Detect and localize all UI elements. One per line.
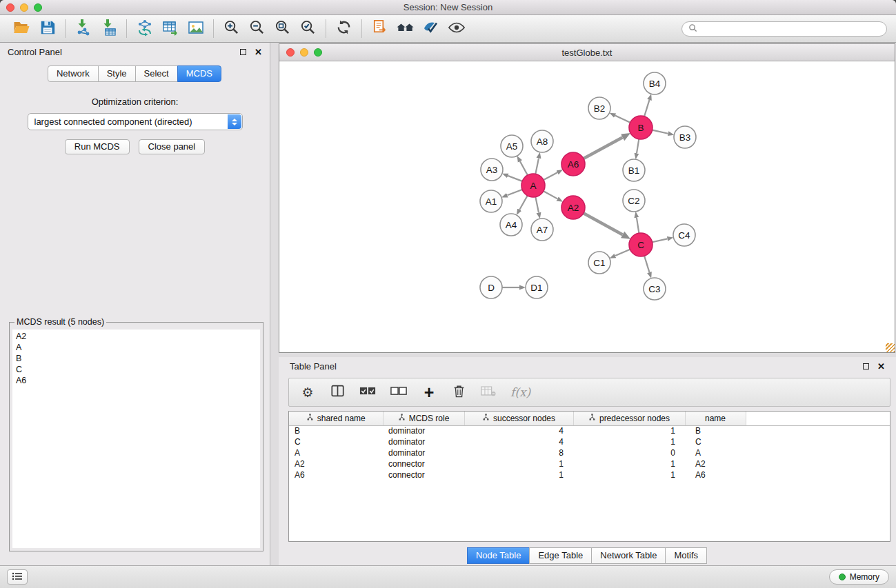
- tab-style[interactable]: Style: [98, 65, 136, 82]
- show-details-button[interactable]: [444, 18, 469, 40]
- tab-edge-table[interactable]: Edge Table: [529, 547, 592, 564]
- resize-corner-handle[interactable]: [886, 343, 895, 352]
- graph-edge-A-A7[interactable]: [535, 197, 539, 213]
- column-header-mcds-role[interactable]: MCDS role: [383, 412, 464, 425]
- graph-node-C4[interactable]: C4: [673, 224, 695, 246]
- minimize-window-button[interactable]: [20, 3, 28, 12]
- network-window-titlebar[interactable]: testGlobe.txt: [279, 44, 895, 61]
- table-row[interactable]: A2connector11A2: [289, 458, 890, 469]
- graph-node-A4[interactable]: A4: [500, 214, 522, 236]
- graph-node-A[interactable]: A: [521, 174, 545, 197]
- zoom-in-button[interactable]: [219, 18, 244, 40]
- close-table-panel-icon[interactable]: ✕: [877, 362, 885, 371]
- graph-edge-B-B3[interactable]: [653, 130, 668, 134]
- undock-table-panel-icon[interactable]: [863, 363, 869, 369]
- graph-node-B4[interactable]: B4: [644, 72, 666, 94]
- network-graph[interactable]: B4B2BB3A5A8A6A3AB1A1A2C2A4A7C4CC1DD1C3: [279, 61, 895, 352]
- criterion-dropdown[interactable]: largest connected component (directed): [28, 113, 243, 130]
- graph-node-C1[interactable]: C1: [588, 252, 610, 274]
- search-input[interactable]: [701, 24, 880, 34]
- tab-mcds[interactable]: MCDS: [177, 65, 221, 82]
- table-row[interactable]: Bdominator41B: [289, 425, 890, 436]
- table-settings-button[interactable]: ⚙: [300, 383, 315, 401]
- network-canvas[interactable]: B4B2BB3A5A8A6A3AB1A1A2C2A4A7C4CC1DD1C3: [279, 61, 895, 352]
- graph-node-A5[interactable]: A5: [501, 135, 523, 157]
- column-header-predecessor-nodes[interactable]: predecessor nodes: [573, 412, 685, 425]
- close-panel-button[interactable]: Close panel: [139, 139, 206, 154]
- split-view-button[interactable]: [330, 383, 345, 401]
- graph-node-B[interactable]: B: [629, 116, 653, 139]
- refresh-network-button[interactable]: [331, 18, 357, 40]
- graph-edge-A-A3[interactable]: [508, 176, 522, 181]
- add-column-button[interactable]: +: [421, 383, 437, 401]
- graph-node-D[interactable]: D: [480, 276, 502, 298]
- save-session-button[interactable]: [34, 18, 60, 40]
- column-header-shared-name[interactable]: shared name: [289, 412, 383, 425]
- function-builder-button[interactable]: f(x): [510, 383, 530, 401]
- graph-edge-A6-B[interactable]: [584, 137, 623, 159]
- graph-node-B2[interactable]: B2: [588, 97, 610, 119]
- deselect-all-button[interactable]: [390, 383, 407, 401]
- graph-edge-A-A6[interactable]: [544, 172, 557, 180]
- graph-edge-B-B4[interactable]: [644, 100, 649, 116]
- mcds-result-item[interactable]: A2: [16, 331, 257, 342]
- graph-node-A3[interactable]: A3: [481, 159, 503, 181]
- graph-edge-A-A8[interactable]: [535, 159, 539, 174]
- graph-edge-A-A1[interactable]: [507, 190, 522, 195]
- graph-node-A1[interactable]: A1: [480, 190, 502, 212]
- mcds-result-item[interactable]: B: [16, 353, 257, 364]
- memory-button[interactable]: Memory: [829, 569, 889, 585]
- graph-edge-C-C3[interactable]: [644, 256, 649, 272]
- graph-edge-A-A4[interactable]: [519, 196, 528, 210]
- close-window-button[interactable]: [6, 3, 14, 12]
- zoom-window-button[interactable]: [34, 3, 42, 12]
- zoom-out-button[interactable]: [244, 18, 270, 40]
- graph-node-C2[interactable]: C2: [623, 190, 645, 212]
- home-button[interactable]: [392, 18, 418, 40]
- run-mcds-button[interactable]: Run MCDS: [65, 139, 130, 154]
- graph-node-A7[interactable]: A7: [531, 219, 553, 241]
- graph-edge-B-B1[interactable]: [637, 139, 639, 154]
- column-header-name[interactable]: name: [685, 412, 746, 425]
- zoom-fit-button[interactable]: [270, 18, 295, 40]
- graph-node-A2[interactable]: A2: [561, 196, 585, 219]
- delete-column-button[interactable]: [451, 383, 466, 401]
- task-history-button[interactable]: [7, 569, 28, 585]
- graph-edge-C-C4[interactable]: [653, 239, 668, 242]
- select-all-button[interactable]: [359, 383, 376, 401]
- tab-node-table[interactable]: Node Table: [467, 547, 530, 564]
- tab-motifs[interactable]: Motifs: [665, 547, 707, 564]
- search-field[interactable]: [681, 21, 887, 37]
- table-row[interactable]: Cdominator41C: [289, 436, 890, 447]
- graph-node-C3[interactable]: C3: [644, 278, 666, 300]
- tab-select[interactable]: Select: [135, 65, 178, 82]
- minimize-network-button[interactable]: [300, 48, 308, 57]
- graph-node-B3[interactable]: B3: [674, 126, 696, 148]
- network-table-button[interactable]: [157, 18, 183, 40]
- mcds-result-item[interactable]: A6: [16, 375, 257, 386]
- graph-node-A6[interactable]: A6: [561, 152, 585, 176]
- graph-edge-A-A5[interactable]: [520, 161, 528, 175]
- mcds-result-item[interactable]: C: [16, 364, 257, 375]
- graph-edge-C-C2[interactable]: [637, 218, 639, 234]
- undock-panel-icon[interactable]: [240, 49, 246, 55]
- mcds-result-list[interactable]: A2ABCA6: [12, 330, 260, 548]
- graph-node-D1[interactable]: D1: [526, 276, 548, 298]
- zoom-network-button[interactable]: [314, 48, 322, 57]
- table-row[interactable]: A6connector11A6: [289, 469, 890, 480]
- close-network-button[interactable]: [286, 48, 295, 57]
- mcds-result-item[interactable]: A: [16, 342, 257, 353]
- graph-node-C[interactable]: C: [629, 233, 653, 256]
- open-session-button[interactable]: [9, 18, 34, 40]
- graph-edge-C-C1[interactable]: [615, 250, 630, 256]
- apply-style-button[interactable]: [418, 18, 444, 40]
- import-network-button[interactable]: [70, 18, 96, 40]
- export-image-button[interactable]: [183, 18, 208, 40]
- zoom-selected-button[interactable]: [295, 18, 321, 40]
- column-header-successor-nodes[interactable]: successor nodes: [464, 412, 573, 425]
- close-panel-icon[interactable]: ✕: [255, 48, 262, 57]
- graph-edge-A-A2[interactable]: [544, 191, 557, 199]
- new-network-button[interactable]: [132, 18, 157, 40]
- graph-edge-B-B2[interactable]: [615, 116, 630, 123]
- tab-network[interactable]: Network: [48, 65, 99, 82]
